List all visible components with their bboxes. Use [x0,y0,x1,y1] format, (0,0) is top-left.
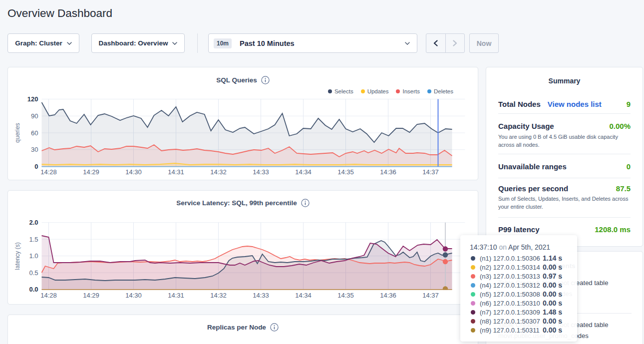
svg-text:14:29: 14:29 [83,168,99,176]
svg-text:queries: queries [13,123,20,142]
svg-text:120: 120 [27,95,38,103]
svg-text:14:35: 14:35 [337,292,354,299]
svg-text:14:28: 14:28 [40,168,57,176]
svg-text:0.0: 0.0 [29,286,38,293]
svg-text:14:36: 14:36 [380,168,396,176]
svg-text:2.0: 2.0 [29,219,38,226]
svg-text:latency (s): latency (s) [13,242,20,270]
svg-text:14:35: 14:35 [337,168,354,176]
svg-text:90: 90 [31,112,38,120]
svg-text:14:31: 14:31 [168,168,184,176]
svg-text:14:30: 14:30 [125,168,142,176]
svg-text:14:32: 14:32 [210,292,227,299]
svg-text:0.5: 0.5 [29,269,38,277]
svg-text:14:29: 14:29 [83,292,99,299]
svg-text:14:34: 14:34 [295,292,312,299]
svg-text:14:37: 14:37 [422,168,439,176]
svg-text:14:33: 14:33 [253,168,269,176]
svg-text:14:33: 14:33 [253,292,269,299]
svg-text:14:34: 14:34 [295,168,312,176]
svg-text:1.5: 1.5 [29,236,38,243]
svg-text:0: 0 [34,163,38,170]
svg-text:14:30: 14:30 [125,292,142,299]
svg-text:14:37: 14:37 [422,292,439,299]
svg-text:1.0: 1.0 [29,252,38,260]
svg-text:14:32: 14:32 [210,168,227,176]
svg-text:14:36: 14:36 [380,292,396,299]
svg-text:14:31: 14:31 [168,292,184,299]
svg-text:14:28: 14:28 [40,292,57,299]
svg-text:60: 60 [31,129,38,137]
svg-text:30: 30 [31,146,38,153]
